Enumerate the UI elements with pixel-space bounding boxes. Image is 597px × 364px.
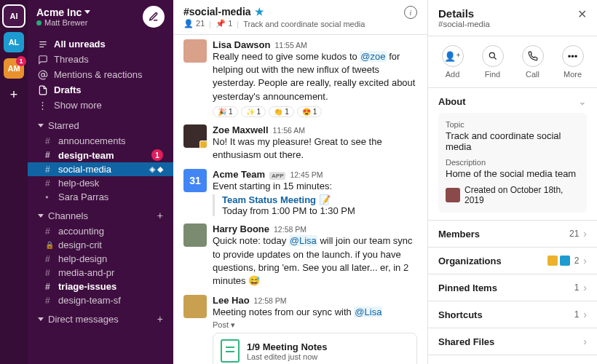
caret-down-icon	[38, 124, 44, 127]
channel-design-team-sf[interactable]: #design-team-sf	[28, 293, 173, 307]
message-text: No! It was my pleasure! Great to see the…	[213, 135, 417, 162]
organizations-row[interactable]: Organizations2›	[438, 255, 587, 266]
pin-count-icon[interactable]: 📌 1	[216, 19, 232, 28]
more-action[interactable]: •••More	[562, 45, 584, 79]
reaction[interactable]: 😍1	[297, 106, 323, 117]
mention[interactable]: @Lisa	[289, 235, 317, 246]
nav-drafts[interactable]: Drafts	[28, 82, 173, 98]
channel-name[interactable]: #social-media	[183, 6, 251, 17]
message: Harry Boone12:58 PM Quick note: today @L…	[183, 223, 417, 288]
nav-mentions[interactable]: Mentions & reactions	[28, 67, 173, 82]
shared-files-row[interactable]: Shared Files›	[438, 336, 587, 347]
avatar[interactable]	[183, 39, 207, 63]
message-text: Really need to give some kudos to @zoe f…	[213, 50, 417, 103]
avatar[interactable]	[183, 295, 207, 318]
reaction[interactable]: 👏1	[269, 106, 294, 117]
message: 31 Acme TeamAPP12:45 PM Event starting i…	[183, 169, 417, 216]
created-text: Created on October 18th, 2019	[464, 185, 580, 205]
reaction[interactable]: ✨1	[241, 106, 266, 117]
section-channels-header[interactable]: Channels+	[28, 207, 173, 224]
reaction[interactable]: 🎉1	[213, 106, 238, 117]
sidebar: Acme Inc Matt Brewer All unreads Threads…	[28, 0, 173, 364]
channel-accounting[interactable]: #accounting	[28, 224, 173, 238]
caret-down-icon	[38, 214, 44, 218]
message: Lee Hao12:58 PM Meeting notes from our s…	[183, 295, 417, 364]
avatar[interactable]: 31	[183, 169, 207, 192]
svg-point-0	[41, 73, 45, 76]
post-title: 1/9 Meeting Notes	[247, 341, 328, 352]
nav-all-unreads[interactable]: All unreads	[28, 36, 173, 52]
channel-design-team[interactable]: #design-team1	[28, 148, 173, 162]
shortcuts-row[interactable]: Shortcuts1›	[438, 309, 587, 320]
about-toggle[interactable]: About⌄	[438, 95, 587, 107]
workspace-switch-al[interactable]: AL	[4, 32, 24, 52]
add-workspace-button[interactable]: +	[4, 84, 24, 105]
org-badge-icon	[560, 256, 570, 266]
channel-topic[interactable]: Track and coordinate social media	[243, 20, 365, 28]
channel-help-desk[interactable]: #help-desk	[28, 176, 173, 190]
workspace-switch-am[interactable]: AM1	[4, 58, 24, 79]
event-title[interactable]: Team Status Meeting 📝	[222, 194, 417, 205]
nav-show-more[interactable]: ⋮Show more	[28, 98, 173, 113]
info-icon[interactable]: i	[404, 6, 417, 19]
avatar[interactable]	[183, 124, 207, 148]
workspace-user: Matt Brewer	[44, 18, 87, 27]
chevron-right-icon: ›	[583, 282, 587, 293]
topic-label: Topic	[446, 120, 580, 129]
message-time: 11:56 AM	[273, 126, 305, 135]
chevron-right-icon: ›	[583, 309, 587, 320]
message-author[interactable]: Lee Hao	[213, 295, 250, 306]
message-author[interactable]: Acme Team	[213, 169, 265, 180]
add-action[interactable]: 👤⁺Add	[442, 45, 464, 79]
channel-media-and-pr[interactable]: #media-and-pr	[28, 266, 173, 280]
channel-social-media[interactable]: #social-media◈ ◆	[28, 162, 173, 176]
find-action[interactable]: Find	[482, 45, 504, 79]
close-icon[interactable]: ✕	[577, 7, 587, 21]
add-channel-button[interactable]: +	[157, 210, 163, 221]
org-badge-icon	[547, 256, 558, 266]
dm-sara-parras[interactable]: ●Sara Parras	[28, 190, 173, 204]
workspace-header[interactable]: Acme Inc Matt Brewer	[28, 0, 173, 33]
message-text: Quick note: today @Lisa will join our te…	[213, 234, 417, 288]
caret-down-icon	[38, 317, 44, 321]
more-icon: •••	[562, 45, 584, 67]
creator-avatar[interactable]	[446, 188, 460, 202]
message-time: 11:55 AM	[274, 41, 307, 50]
star-icon[interactable]: ★	[255, 6, 264, 17]
search-icon	[482, 45, 504, 67]
message-text: Meeting notes from our sync with @Lisa	[213, 306, 417, 319]
pinned-row[interactable]: Pinned Items1›	[438, 282, 587, 293]
call-action[interactable]: Call	[522, 45, 544, 79]
event-time: Today from 1:00 PM to 1:30 PM	[222, 205, 417, 216]
description-label: Description	[446, 158, 580, 167]
members-row[interactable]: Members21›	[438, 228, 587, 240]
message-author[interactable]: Zoe Maxwell	[213, 124, 269, 135]
add-dm-button[interactable]: +	[157, 313, 163, 325]
channel-announcements[interactable]: #announcements	[28, 134, 173, 148]
channel-design-crit[interactable]: 🔒design-crit	[28, 238, 173, 252]
post-subtitle: Last edited just now	[247, 352, 328, 361]
topic-value[interactable]: Track and coordinate social media	[446, 130, 580, 152]
mention[interactable]: @Lisa	[354, 306, 382, 317]
message-author[interactable]: Lisa Dawson	[213, 39, 270, 50]
description-value[interactable]: Home of the social media team	[446, 168, 580, 179]
message-author[interactable]: Harry Boone	[213, 223, 269, 234]
mention[interactable]: @zoe	[360, 51, 386, 62]
section-dms-header[interactable]: Direct messages+	[28, 310, 173, 328]
message-time: 12:45 PM	[290, 170, 323, 179]
channel-triage-issues[interactable]: #triage-issues	[28, 280, 173, 293]
member-count-icon[interactable]: 👤 21	[183, 19, 205, 28]
message-list: Lisa Dawson11:55 AM Really need to give …	[173, 35, 427, 364]
channel-help-design[interactable]: #help-design	[28, 252, 173, 266]
chevron-right-icon: ›	[583, 228, 587, 240]
post-attachment[interactable]: 1/9 Meeting Notes Last edited just now	[213, 333, 417, 364]
avatar[interactable]	[183, 223, 207, 247]
section-starred-header[interactable]: Starred	[28, 117, 173, 134]
post-label[interactable]: Post ▾	[213, 320, 417, 330]
nav-threads[interactable]: Threads	[28, 52, 173, 67]
presence-indicator	[36, 20, 41, 25]
channel-header: #social-media★ 👤 21| 📌 1| Track and coor…	[173, 0, 427, 35]
workspace-switch-ai[interactable]: AI	[4, 6, 24, 26]
details-subtitle: #social-media	[438, 20, 490, 28]
compose-button[interactable]	[143, 6, 165, 28]
